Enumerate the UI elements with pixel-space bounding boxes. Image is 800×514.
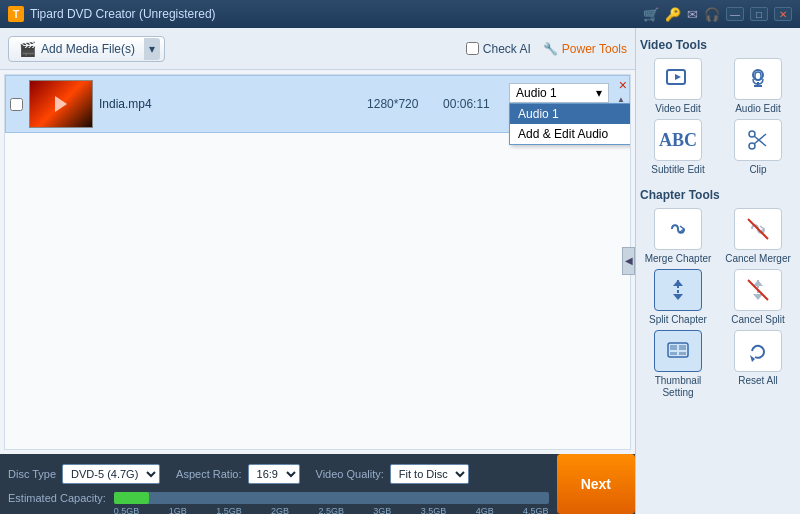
- svg-rect-21: [679, 345, 686, 350]
- split-chapter-label: Split Chapter: [649, 314, 707, 326]
- power-tools-button[interactable]: 🔧 Power Tools: [543, 42, 627, 56]
- merge-chapter-icon: [664, 215, 692, 243]
- close-button[interactable]: ✕: [774, 7, 792, 21]
- film-icon: 🎬: [19, 41, 36, 57]
- audio-subtitle-area: Audio 1 ▾ Audio 1 Add & Edit Audio No Su…: [509, 83, 609, 125]
- power-tools-icon: 🔧: [543, 42, 558, 56]
- audio-edit-label: Audio Edit: [735, 103, 781, 115]
- cancel-split-label: Cancel Split: [731, 314, 784, 326]
- svg-rect-20: [670, 345, 677, 350]
- audio-select-display[interactable]: Audio 1 ▾: [509, 83, 609, 103]
- audio-edit-icon-box: [734, 58, 782, 100]
- check-ai-toggle[interactable]: Check AI: [466, 42, 531, 56]
- bottom-controls-row1: Disc Type DVD-5 (4.7G) Aspect Ratio: 16:…: [8, 464, 549, 484]
- thumbnail-setting-tool[interactable]: Thumbnail Setting: [640, 330, 716, 399]
- svg-marker-14: [673, 294, 683, 300]
- file-list-area: × India.mp4 1280*720 00:06:11 Audio 1 ▾ …: [4, 74, 631, 450]
- split-chapter-icon-box: [654, 269, 702, 311]
- video-edit-icon-box: [654, 58, 702, 100]
- merge-chapter-icon-box: [654, 208, 702, 250]
- svg-rect-22: [670, 352, 677, 355]
- cancel-merger-tool[interactable]: Cancel Merger: [720, 208, 796, 265]
- next-button[interactable]: Next: [557, 454, 635, 514]
- video-tools-grid: Video Edit Audio Edit: [640, 58, 796, 176]
- app-title: Tipard DVD Creator (Unregistered): [30, 7, 216, 21]
- svg-rect-23: [679, 352, 686, 355]
- audio-selected-value: Audio 1: [516, 86, 557, 100]
- disc-type-label: Disc Type: [8, 468, 56, 480]
- audio-option-add[interactable]: Add & Edit Audio: [510, 124, 631, 144]
- thumbnail-setting-icon-box: [654, 330, 702, 372]
- audio-dropdown[interactable]: Audio 1 Add & Edit Audio: [509, 103, 631, 145]
- svg-line-10: [754, 136, 766, 146]
- add-media-label: Add Media File(s): [41, 42, 135, 56]
- disc-type-select[interactable]: DVD-5 (4.7G): [62, 464, 160, 484]
- audio-edit-tool[interactable]: Audio Edit: [720, 58, 796, 115]
- subtitle-edit-icon-box: ABC: [654, 119, 702, 161]
- reset-all-tool[interactable]: Reset All: [720, 330, 796, 399]
- video-edit-tool[interactable]: Video Edit: [640, 58, 716, 115]
- subtitle-edit-tool[interactable]: ABC Subtitle Edit: [640, 119, 716, 176]
- left-panel: 🎬 Add Media File(s) ▾ Check AI 🔧 Power T…: [0, 28, 635, 514]
- disc-type-group: Disc Type DVD-5 (4.7G): [8, 464, 160, 484]
- right-panel: ◀ Video Tools Video Edit: [635, 28, 800, 514]
- progress-labels: 0.5GB 1GB 1.5GB 2GB 2.5GB 3GB 3.5GB 4GB …: [114, 506, 549, 514]
- icon-key[interactable]: 🔑: [665, 7, 681, 22]
- aspect-ratio-group: Aspect Ratio: 16:9: [176, 464, 299, 484]
- reset-all-label: Reset All: [738, 375, 777, 387]
- icon-cart[interactable]: 🛒: [643, 7, 659, 22]
- main-content: 🎬 Add Media File(s) ▾ Check AI 🔧 Power T…: [0, 28, 800, 514]
- maximize-button[interactable]: □: [750, 7, 768, 21]
- audio-option-1[interactable]: Audio 1: [510, 104, 631, 124]
- video-tools-title: Video Tools: [640, 38, 796, 52]
- merge-chapter-tool[interactable]: Merge Chapter: [640, 208, 716, 265]
- file-row: × India.mp4 1280*720 00:06:11 Audio 1 ▾ …: [5, 75, 630, 133]
- title-bar-controls: 🛒 🔑 ✉ 🎧 — □ ✕: [643, 7, 792, 22]
- cancel-split-icon-box: [734, 269, 782, 311]
- clip-label: Clip: [749, 164, 766, 176]
- minimize-button[interactable]: —: [726, 7, 744, 21]
- cancel-merger-icon: [744, 215, 772, 243]
- file-resolution: 1280*720: [367, 97, 437, 111]
- file-row-close[interactable]: ×: [619, 78, 627, 92]
- audio-edit-icon: [744, 65, 772, 93]
- clip-icon-box: [734, 119, 782, 161]
- reset-all-icon: [744, 337, 772, 365]
- split-chapter-tool[interactable]: Split Chapter: [640, 269, 716, 326]
- thumbnail-setting-label: Thumbnail Setting: [640, 375, 716, 399]
- bottom-area: Disc Type DVD-5 (4.7G) Aspect Ratio: 16:…: [0, 454, 635, 514]
- aspect-ratio-select[interactable]: 16:9: [248, 464, 300, 484]
- merge-chapter-label: Merge Chapter: [645, 253, 712, 265]
- cancel-split-tool[interactable]: Cancel Split: [720, 269, 796, 326]
- capacity-label: Estimated Capacity:: [8, 492, 106, 504]
- file-thumbnail: [29, 80, 93, 128]
- capacity-progress-bar: 0.5GB 1GB 1.5GB 2GB 2.5GB 3GB 3.5GB 4GB …: [114, 492, 549, 504]
- capacity-fill: [114, 492, 149, 504]
- thumbnail-setting-icon: [664, 337, 692, 365]
- title-bar: T Tipard DVD Creator (Unregistered) 🛒 🔑 …: [0, 0, 800, 28]
- svg-marker-13: [673, 280, 683, 286]
- check-ai-checkbox[interactable]: [466, 42, 479, 55]
- toolbar: 🎬 Add Media File(s) ▾ Check AI 🔧 Power T…: [0, 28, 635, 70]
- bottom-controls-row2: Estimated Capacity: 0.5GB 1GB 1.5GB 2GB …: [8, 492, 549, 504]
- aspect-ratio-label: Aspect Ratio:: [176, 468, 241, 480]
- audio-dropdown-arrow: ▾: [596, 86, 602, 100]
- clip-tool[interactable]: Clip: [720, 119, 796, 176]
- video-quality-group: Video Quality: Fit to Disc: [316, 464, 469, 484]
- toolbar-right: Check AI 🔧 Power Tools: [466, 42, 627, 56]
- svg-marker-1: [675, 74, 681, 80]
- svg-marker-24: [750, 355, 755, 362]
- file-name: India.mp4: [99, 97, 361, 111]
- title-bar-left: T Tipard DVD Creator (Unregistered): [8, 6, 216, 22]
- reset-all-icon-box: [734, 330, 782, 372]
- icon-envelope[interactable]: ✉: [687, 7, 698, 22]
- add-media-dropdown-arrow[interactable]: ▾: [144, 38, 160, 60]
- video-quality-select[interactable]: Fit to Disc: [390, 464, 469, 484]
- file-checkbox[interactable]: [10, 98, 23, 111]
- file-duration: 00:06:11: [443, 97, 503, 111]
- subtitle-edit-icon: ABC: [659, 130, 697, 151]
- add-media-button[interactable]: 🎬 Add Media File(s) ▾: [8, 36, 165, 62]
- panel-collapse-button[interactable]: ◀: [622, 247, 635, 275]
- icon-headset[interactable]: 🎧: [704, 7, 720, 22]
- check-ai-label: Check AI: [483, 42, 531, 56]
